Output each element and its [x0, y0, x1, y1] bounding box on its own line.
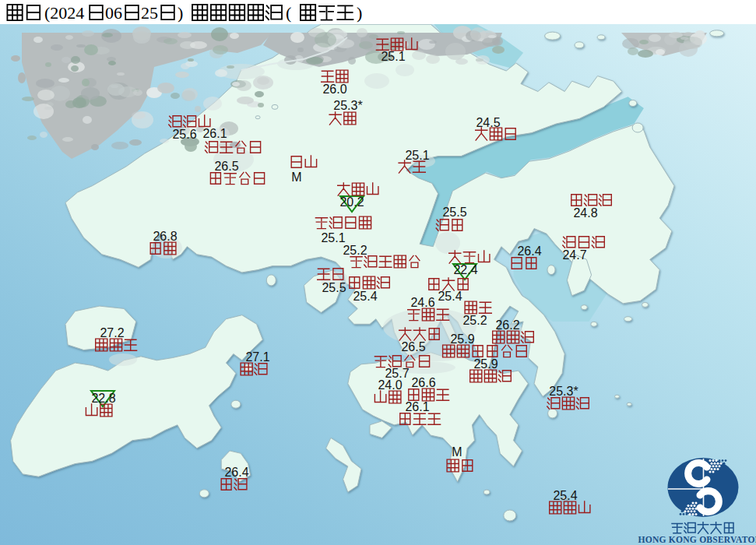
svg-text:25.4: 25.4	[438, 290, 462, 303]
svg-text:24.7: 24.7	[562, 248, 586, 262]
svg-text:HONG KONG OBSERVATORY: HONG KONG OBSERVATORY	[638, 535, 756, 545]
svg-text:(2024: (2024	[44, 3, 84, 23]
svg-text:25.4: 25.4	[353, 290, 377, 303]
svg-text:25.2: 25.2	[343, 244, 367, 257]
svg-text:25.3*: 25.3*	[333, 99, 362, 112]
svg-text:25.4: 25.4	[553, 489, 577, 502]
svg-text:25.5: 25.5	[442, 206, 466, 219]
svg-text:25.1: 25.1	[321, 231, 345, 244]
svg-text:25.5: 25.5	[322, 281, 346, 294]
svg-text:26.5: 26.5	[214, 160, 238, 173]
svg-text:20.2: 20.2	[339, 195, 364, 209]
svg-text:M: M	[291, 171, 301, 184]
svg-text:24.6: 24.6	[410, 296, 434, 309]
svg-text:25.9: 25.9	[450, 332, 474, 346]
svg-text:25.9: 25.9	[473, 357, 498, 371]
svg-text:26.5: 26.5	[401, 340, 425, 353]
svg-text:24.8: 24.8	[573, 206, 597, 220]
svg-text:27.2: 27.2	[100, 326, 124, 339]
svg-text:25.2: 25.2	[462, 314, 487, 327]
svg-text:24.0: 24.0	[378, 378, 402, 392]
svg-text:25.1: 25.1	[381, 50, 405, 63]
svg-text:26.4: 26.4	[517, 244, 541, 258]
svg-text:25.1: 25.1	[405, 149, 429, 162]
svg-text:26.0: 26.0	[322, 83, 346, 96]
svg-text:27.1: 27.1	[245, 350, 269, 364]
svg-text:06: 06	[105, 3, 122, 23]
svg-text:25: 25	[141, 3, 158, 23]
svg-text:(: (	[286, 3, 291, 23]
svg-text:25.6: 25.6	[172, 128, 196, 141]
svg-text:26.2: 26.2	[495, 318, 519, 332]
svg-text:26.1: 26.1	[405, 400, 429, 413]
svg-text:26.8: 26.8	[153, 230, 177, 243]
svg-text:22.8: 22.8	[91, 392, 115, 405]
svg-text:24.5: 24.5	[476, 116, 500, 129]
svg-text:): )	[357, 3, 362, 23]
svg-text:22.4: 22.4	[453, 263, 477, 276]
svg-text:26.4: 26.4	[224, 466, 248, 479]
svg-text:26.6: 26.6	[411, 376, 435, 389]
svg-text:26.1: 26.1	[202, 127, 227, 140]
svg-text:): )	[178, 3, 183, 23]
svg-text:M: M	[452, 445, 462, 459]
svg-text:25.3*: 25.3*	[549, 385, 578, 398]
